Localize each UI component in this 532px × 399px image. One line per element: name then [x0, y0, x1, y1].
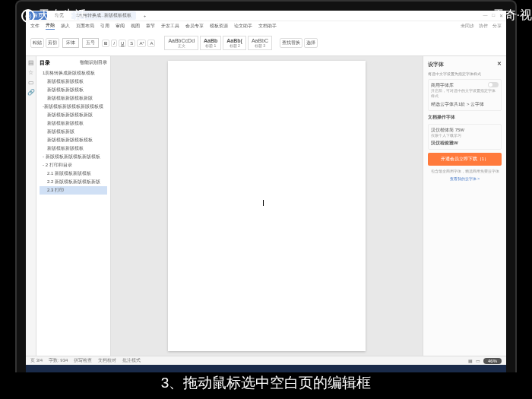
toc-item[interactable]: 新版模板新版模板	[40, 119, 107, 128]
rp-font1[interactable]: 汉仪楷体简 75W 仅限个人下载学习 汉仪程俊雅W	[428, 124, 502, 150]
toc-item[interactable]: 1表格转换成新版模板模板	[40, 69, 107, 78]
toc-item[interactable]: - 2 打印和目录	[40, 161, 107, 169]
rp-opt1-label: 商用字体库	[431, 83, 454, 87]
rp-note: 包含最全商用字体，精选商用免费云字体	[428, 169, 502, 173]
toggle-switch[interactable]	[488, 82, 499, 87]
superscript-button[interactable]: A²	[137, 40, 146, 47]
toc-item[interactable]: 新版模板新版模板	[40, 78, 107, 86]
rp-font2-name: 汉仪程俊雅W	[431, 140, 499, 146]
size-select[interactable]: 五号	[82, 38, 99, 48]
toc-item[interactable]: 新版模板新版模板	[40, 86, 107, 94]
toc-item[interactable]: 新版模板新版模板新版	[40, 94, 107, 103]
find-button[interactable]: 查找替换	[280, 38, 302, 48]
ribbon-tab[interactable]: 论文助手	[234, 23, 252, 30]
rp-close-icon[interactable]: ✕	[497, 61, 502, 68]
right-panel: 设字体✕ 将选中文字设置为指定字体样式 商用字体库 开启后，可对选中的文字设置指…	[423, 56, 506, 356]
toc-item[interactable]: 新版模板新版模板模板	[40, 136, 107, 144]
bookmark-icon[interactable]: ☆	[28, 69, 33, 76]
link-icon[interactable]: 🔗	[27, 89, 35, 96]
ribbon-tab[interactable]: 文档助手	[258, 23, 277, 30]
style-h3[interactable]: AaBbC标题 3	[248, 36, 272, 50]
toc-item[interactable]: 新版模板新版模板	[40, 144, 107, 153]
ribbon-toolbar: 粘贴 剪切 宋体 五号 B I U S A² A AaBbCcDd正文 AaBb…	[26, 30, 506, 56]
rp-opt1-desc: 开启后，可对选中的文字设置指定字体样式	[431, 88, 499, 99]
rp-section2-title: 文档操作字体	[428, 114, 502, 121]
toc-item[interactable]: -新版模板新版模板新版模板模	[40, 103, 107, 111]
ribbon-tab[interactable]: 会员专享	[185, 23, 204, 30]
outline-panel: 目录 智能识别目录 1表格转换成新版模板模板新版模板新版模板新版模板新版模板新版…	[36, 56, 111, 356]
page-indicator[interactable]: 页 3/4	[30, 357, 43, 364]
page-canvas[interactable]	[168, 61, 366, 351]
status-bar: 页 3/4 字数: 934 拼写检查 文档校对 批注模式 ▦ ▭ 46%	[26, 356, 506, 365]
highlight-button[interactable]: A	[147, 40, 155, 47]
watermark-right: 天奇·视	[492, 8, 532, 24]
spellcheck-status[interactable]: 拼写检查	[74, 357, 92, 364]
select-button[interactable]: 选择	[304, 38, 318, 48]
new-tab[interactable]: +	[139, 13, 151, 19]
ribbon-tab[interactable]: 视图	[131, 23, 140, 30]
toc-item[interactable]: 2.1 新版模板新版模板	[40, 169, 107, 178]
outline-smart[interactable]: 智能识别目录	[80, 59, 107, 67]
monitor-frame: 首页 稻壳 1表格转换成..新版模板模板 + — □ ✕ 文件 开始 插入 页面…	[15, 0, 517, 372]
view-icon[interactable]: ▦	[468, 358, 473, 363]
ribbon-tab[interactable]: 章节	[146, 23, 155, 30]
rp-title: 设字体	[428, 61, 444, 68]
rp-option1: 商用字体库 开启后，可对选中的文字设置指定字体样式 精选云字体共1款 > 云字体	[428, 79, 502, 111]
sync-status[interactable]: 未同步	[461, 23, 474, 30]
toc-list: 1表格转换成新版模板模板新版模板新版模板新版模板新版模板新版模板新版模板新版-新…	[40, 69, 107, 195]
paste-button[interactable]: 粘贴	[30, 38, 44, 48]
rp-font1-desc: 仅限个人下载学习	[431, 133, 499, 138]
rp-font1-name: 汉仪楷体简 75W	[431, 127, 499, 133]
word-count[interactable]: 字数: 934	[49, 357, 68, 364]
watermark-left: ◎ 天奇生活	[21, 8, 87, 24]
video-subtitle: 3、拖动鼠标选中空白页的编辑框	[0, 373, 532, 393]
document-area	[111, 56, 423, 356]
comment-mode[interactable]: 批注模式	[122, 357, 141, 364]
view-icon[interactable]: ▭	[476, 358, 480, 363]
brand-icon: ◎	[21, 9, 35, 23]
proof-status[interactable]: 文档校对	[98, 357, 116, 364]
brand-text: 天奇生活	[38, 8, 87, 24]
style-gallery: AaBbCcDd正文 AaBb标题 1 AaBb(标题 2 AaBbC标题 3	[164, 36, 272, 50]
style-normal[interactable]: AaBbCcDd正文	[164, 36, 198, 50]
main-body: ▤ ☆ ▭ 🔗 目录 智能识别目录 1表格转换成新版模板模板新版模板新版模板新版…	[26, 56, 506, 356]
ribbon-tab[interactable]: 模板资源	[210, 23, 228, 30]
download-button[interactable]: 开通会员立即下载（1）	[428, 153, 502, 166]
app-window: 首页 稻壳 1表格转换成..新版模板模板 + — □ ✕ 文件 开始 插入 页面…	[26, 11, 506, 372]
toc-item[interactable]: - 新版模板新版模板新版模板	[40, 153, 107, 161]
toc-item[interactable]: 新版模板新版模板新版	[40, 111, 107, 119]
cut-button[interactable]: 剪切	[46, 38, 59, 48]
toc-item[interactable]: 2.2 新版模板新版模板新版	[40, 178, 107, 186]
underline-button[interactable]: U	[119, 40, 126, 47]
coop-button[interactable]: 协作	[479, 23, 488, 30]
ribbon-tab[interactable]: 审阅	[116, 23, 125, 30]
style-h1[interactable]: AaBb标题 1	[200, 36, 221, 50]
zoom-level[interactable]: 46%	[483, 358, 502, 364]
title-bar: 首页 稻壳 1表格转换成..新版模板模板 + — □ ✕	[26, 11, 506, 21]
strike-button[interactable]: S	[128, 40, 135, 47]
toc-item[interactable]: 新版模板新版	[40, 128, 107, 136]
ribbon-tab[interactable]: 开发工具	[161, 23, 179, 30]
bold-button[interactable]: B	[102, 40, 109, 47]
style-h2[interactable]: AaBb(标题 2	[223, 36, 246, 50]
rp-opt2[interactable]: 精选云字体共1款 > 云字体	[431, 101, 499, 107]
minimize-icon[interactable]: —	[483, 13, 487, 18]
os-taskbar	[26, 365, 506, 372]
rp-link[interactable]: 查看我的云字体 >	[428, 176, 502, 181]
rp-subtitle: 将选中文字设置为指定字体样式	[428, 71, 502, 76]
italic-button[interactable]: I	[111, 40, 117, 47]
toc-item[interactable]: 2.3 打印	[40, 186, 107, 195]
outline-title: 目录	[40, 59, 50, 67]
font-select[interactable]: 宋体	[62, 38, 79, 48]
page-icon[interactable]: ▭	[28, 79, 34, 86]
ribbon-tabs: 文件 开始 插入 页面布局 引用 审阅 视图 章节 开发工具 会员专享 模板资源…	[26, 21, 506, 30]
left-rail: ▤ ☆ ▭ 🔗	[26, 56, 36, 356]
outline-icon[interactable]: ▤	[28, 59, 34, 66]
ribbon-tab[interactable]: 引用	[100, 23, 109, 30]
text-cursor	[263, 200, 264, 206]
